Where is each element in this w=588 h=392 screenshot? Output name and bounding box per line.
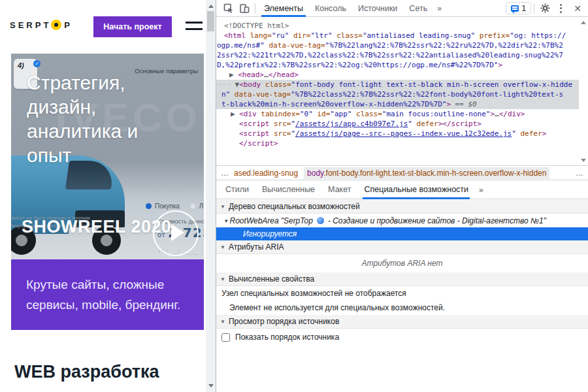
devtools-toolbar: Элементы Консоль Источники Сеть » 1 ✕ [216,0,588,17]
radio-buy[interactable]: Покупка [146,203,180,210]
device-toolbar-icon[interactable] [237,0,252,17]
code-token: ></script> [438,120,482,128]
scroll-up-icon[interactable] [581,21,586,24]
tab-sources[interactable]: Источники [352,0,403,17]
start-project-button[interactable]: Начать проект [93,16,172,37]
settings-gear-icon[interactable] [537,0,553,17]
tab-computed[interactable]: Вычисленные [255,181,321,199]
code-token: src= [269,129,291,138]
devtools-panel: Элементы Консоль Источники Сеть » 1 ✕ <!… [216,0,588,392]
section-source-order[interactable]: ▼ Просмотр порядка источников [216,315,588,329]
tree-row-ignored-selected[interactable]: Игнорируется [216,227,588,240]
elements-code-tree[interactable]: <!DOCTYPE html><html lang="ru" dir="ltr"… [216,18,579,165]
code-line[interactable]: ▶ <head>…</head> [216,70,579,80]
section-aria-attributes[interactable]: ▼ Атрибуты ARIA [216,240,588,254]
issues-badge[interactable]: 1 [506,2,532,14]
code-token: ogp.me/ns#" [217,41,265,50]
expand-icon: ▼ [220,319,225,325]
code-token: <head> [238,71,264,79]
tab-elements[interactable]: Элементы [258,0,309,17]
element-not-used-message: Элемент не используется для специальных … [216,301,588,315]
expand-icon: ▼ [220,244,225,250]
code-token: /assets/js/app.c4b097e7.js [295,120,408,128]
aria-empty-message: Атрибутов ARIA нет [216,254,588,272]
serptop-logo[interactable]: SERPT P [10,20,73,30]
expand-icon: ▼ [220,204,225,210]
tab-styles[interactable]: Стили [219,181,255,199]
code-scrollbar[interactable] [579,18,588,165]
close-icon[interactable]: ✕ [568,3,588,14]
code-token: … [495,110,499,118]
kebab-menu-icon[interactable] [553,0,568,17]
breadcrumb-overflow-right[interactable]: … [576,169,583,178]
code-token: tabindex= [257,110,300,118]
tree-row-rootwebarea[interactable]: ▾ RootWebArea "SerpTop - Создание и прод… [216,214,588,227]
verified-check-icon: ✓ [33,60,41,67]
code-token: class= [333,31,363,40]
scroll-down-icon[interactable] [208,384,214,387]
more-tabs-icon[interactable]: » [433,4,446,13]
code-token: id= [313,110,331,118]
play-button[interactable] [153,210,199,256]
more-tabs-icon[interactable]: » [475,186,487,195]
tab-layout[interactable]: Макет [321,181,357,199]
section-computed-properties[interactable]: ▼ Вычисленные свойства [216,272,588,286]
breadcrumb-overflow-left[interactable]: … [221,169,229,178]
section-accessibility-tree[interactable]: ▼ Дерево специальных возможностей [216,200,588,214]
code-token: class= [261,80,291,89]
code-line[interactable]: <script src="/assets/js/page--src--pages… [216,129,579,139]
code-token: class= [351,110,382,118]
inspect-element-icon[interactable] [221,0,237,17]
code-token: "0" [300,110,313,118]
code-line[interactable]: ▶ <div tabindex="0" id="app" class="main… [216,109,579,119]
code-token: <script [239,129,269,138]
code-token: " [408,120,412,128]
code-token: <!DOCTYPE html> [224,22,289,30]
accessibility-pane: ▼ Дерево специальных возможностей ▾ Root… [216,200,588,392]
logo-text-left: SERPT [10,20,51,30]
code-line[interactable]: <!DOCTYPE html> [216,21,579,31]
code-token: " [512,129,516,138]
code-line[interactable]: n" data-vue-tag="%7B%22class%22:%7B%22ss… [216,90,579,99]
code-line[interactable]: t-black%20min-h-screen%20overflow-x-hidd… [216,99,579,109]
toolbar-separator [534,3,534,14]
scrollbar-thumb[interactable] [207,11,214,31]
code-line[interactable]: ··· ▼<body class="font-body font-light t… [216,80,579,90]
code-token: "%7B%22class%22:%7B%22ssr%22:%22font-bod… [291,90,563,99]
code-token: n" [221,90,230,99]
code-token: "font-body font-light text-st-black min-… [291,80,572,89]
breadcrumb-body[interactable]: body.font-body.font-light.text-st-black.… [304,167,549,179]
radio-lease[interactable]: Лизинг [190,203,204,210]
hero-slide[interactable]: IVECO 4) ✓ Основные параметры Стратегия,… [11,54,204,259]
scroll-up-icon[interactable] [208,5,214,8]
hero-headline: Стратегия, дизайн, аналитика и опыт [27,71,138,167]
code-line[interactable]: D,%22prefix%22:%7B%22ssr%22:%22og:%20htt… [216,60,579,70]
tab-network[interactable]: Сеть [403,0,433,17]
code-token: <div [239,110,257,118]
tab-console[interactable]: Консоль [309,0,352,17]
code-line[interactable]: <script src="/assets/js/app.c4b097e7.js"… [216,119,579,129]
code-token: </head> [269,71,299,79]
tab-accessibility[interactable]: Специальные возможности [357,181,475,199]
code-token: prefix= [475,31,510,40]
code-token: "ltr" [311,31,333,40]
purchase-type-radios: Покупка Лизинг [146,203,204,210]
scroll-down-icon[interactable] [581,159,586,162]
code-line[interactable]: <html lang="ru" dir="ltr" class="antiali… [216,31,579,41]
code-token: 2ssr%22:%221tr%22%7D,%22class%22:%7B%22s… [217,51,563,59]
hamburger-menu-icon[interactable] [186,22,203,35]
code-token: D,%22prefix%22:%7B%22ssr%22:%22og:%20htt… [217,61,498,69]
code-line[interactable]: 2ssr%22:%221tr%22%7D,%22class%22:%7B%22s… [216,50,579,60]
code-line[interactable]: ogp.me/ns#" data-vue-tag="%7B%22lang%22:… [216,41,579,50]
code-token: … [264,71,269,79]
code-line[interactable]: </script> [216,139,579,148]
source-order-row: Показать порядок источника [216,329,588,346]
breadcrumb-html[interactable]: ased.leading-snug [234,169,298,178]
code-token: == $0 [451,100,477,108]
page-scrollbar[interactable] [206,0,216,392]
banner-text: Крутые сайты, сложные сервисы, mobile, б… [26,274,180,315]
logo-o-icon [51,20,61,30]
show-source-order-checkbox[interactable] [221,333,230,342]
favicon-glyph: 4) [18,61,24,69]
logo-text-right: P [64,20,73,30]
